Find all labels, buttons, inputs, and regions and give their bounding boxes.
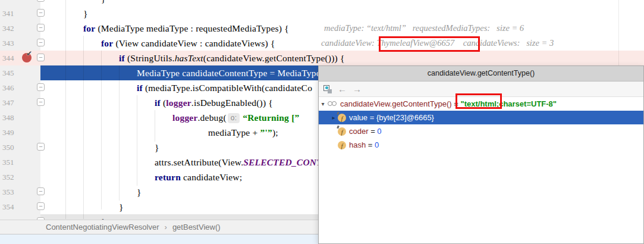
equals-sign: = <box>366 140 375 149</box>
breadcrumb-class[interactable]: ContentNegotiatingViewResolver <box>46 223 159 232</box>
equals-sign: = <box>367 113 376 122</box>
code-segment: (StringUtils. <box>125 53 175 63</box>
code-segment: logger <box>166 98 191 108</box>
thymeleaf-view-highlight <box>379 36 480 52</box>
forward-arrow-icon[interactable]: → <box>353 83 362 95</box>
variable-row-value[interactable]: ▸fvalue = {byte[23]@6665} <box>319 111 643 124</box>
code-line-text: for (View candidateView : candidateViews… <box>101 36 275 51</box>
code-line-text: attrs.setAttribute(View.SELECTED_CONTE <box>155 155 328 170</box>
content-type-highlight <box>455 93 502 109</box>
code-segment: ”'” <box>260 127 272 137</box>
chevron-right-icon[interactable]: ▸ <box>329 114 338 121</box>
code-segment: ); <box>272 127 278 137</box>
code-segment: if <box>119 53 125 63</box>
code-line-text: for (MediaType mediaType : requestedMedi… <box>83 21 289 36</box>
code-line-text: logger.debug(o:“Returning [” <box>172 110 299 125</box>
code-line-text: } <box>101 0 106 6</box>
code-line-text: } <box>155 140 159 155</box>
variable-name: coder <box>349 127 369 136</box>
field-icon: f <box>338 141 346 149</box>
code-line-text: if (mediaType.isCompatibleWith(candidate… <box>137 80 312 95</box>
variable-value: 0 <box>377 127 381 136</box>
code-segment: (MediaType mediaType : requestedMediaTyp… <box>95 23 288 33</box>
code-line-text: if (logger.isDebugEnabled()) { <box>155 95 273 110</box>
code-segment: if <box>155 98 161 108</box>
code-line-text: MediaType candidateContentType = MediaTy… <box>137 65 321 80</box>
code-segment: logger <box>172 112 198 123</box>
inspect-icon[interactable] <box>323 85 333 94</box>
inline-debugger-hint: mediaType: “text/html” requestedMediaTyp… <box>324 21 524 36</box>
code-segment: } <box>155 142 159 152</box>
code-segment: } <box>119 202 124 212</box>
code-segment: } <box>137 187 142 197</box>
code-line-344[interactable]: if (StringUtils.hasText(candidateView.ge… <box>0 51 644 65</box>
variable-row-coder[interactable]: fcoder = 0 <box>319 124 643 138</box>
breadcrumb-method[interactable]: getBestView() <box>172 223 221 232</box>
code-segment: ( <box>161 98 166 108</box>
chevron-down-icon[interactable]: ▾ <box>319 101 327 107</box>
code-line-text: mediaType + ”'”); <box>208 125 278 140</box>
code-line-341[interactable]: } <box>0 6 644 21</box>
code-segment: MediaType candidateContentType = MediaTy… <box>137 68 321 78</box>
code-segment: .isDebugEnabled()) { <box>191 98 273 108</box>
code-line-342[interactable]: for (MediaType mediaType : requestedMedi… <box>0 21 644 36</box>
watch-glasses-icon <box>327 101 338 107</box>
variable-value: {byte[23]@6665} <box>376 113 434 122</box>
field-icon: f <box>338 127 346 136</box>
equals-sign: = <box>369 127 378 136</box>
code-segment: if <box>137 83 143 93</box>
variable-name: value <box>349 113 367 122</box>
back-arrow-icon[interactable]: ← <box>338 83 347 95</box>
code-segment: candidateView; <box>181 172 242 182</box>
ide-debug-screenshot: −}341−}342−for (MediaType mediaType : re… <box>0 0 644 244</box>
code-line-text: if (StringUtils.hasText(candidateView.ge… <box>119 51 345 65</box>
code-line-343[interactable]: for (View candidateView : candidateViews… <box>0 36 644 51</box>
code-segment: hasText <box>175 53 203 63</box>
code-segment: SELECTED_CONTE <box>243 157 328 167</box>
variable-name: candidateView.getContentType() <box>340 99 452 108</box>
code-segment: } <box>83 8 88 18</box>
code-segment: } <box>101 0 106 4</box>
code-segment: “Returning [” <box>243 112 299 123</box>
code-segment: for <box>101 38 113 48</box>
code-segment: .debug( <box>198 112 227 123</box>
code-segment: mediaType + <box>208 127 260 137</box>
field-icon: f <box>338 114 346 122</box>
code-segment: o: <box>228 113 240 123</box>
code-segment: (candidateView.getContentType())) { <box>203 53 345 63</box>
code-line-text: } <box>137 184 142 199</box>
code-line-text: } <box>119 199 124 214</box>
code-segment: (mediaType.isCompatibleWith(candidateCo <box>143 83 312 93</box>
debugger-popup: candidateView.getContentType() ← → ▾cand… <box>318 65 644 244</box>
code-segment: attrs.setAttribute(View. <box>155 157 243 167</box>
variable-row-hash[interactable]: fhash = 0 <box>319 138 643 152</box>
code-segment: for <box>83 23 95 33</box>
code-segment: (View candidateView : candidateViews) { <box>113 38 275 48</box>
variable-value: 0 <box>375 140 379 149</box>
code-line-text: return candidateView; <box>155 170 242 184</box>
variable-name: hash <box>349 140 366 149</box>
code-line-text: } <box>83 6 88 21</box>
code-line-340[interactable]: } <box>0 0 644 6</box>
breadcrumb-separator-icon: › <box>165 223 167 232</box>
code-segment: return <box>155 172 181 182</box>
popup-title: candidateView.getContentType() <box>319 66 643 82</box>
